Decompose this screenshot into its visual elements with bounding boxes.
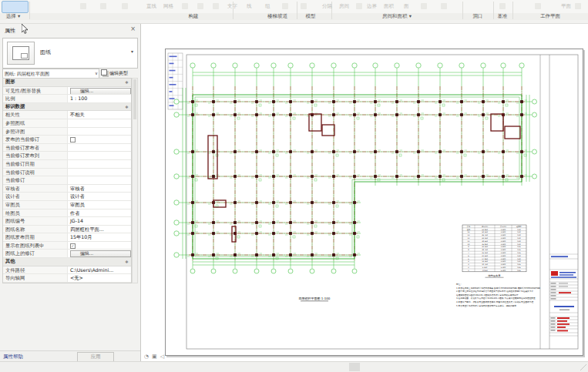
property-row: 图纸编号JG-14 xyxy=(3,217,131,226)
property-value[interactable]: 审核者 xyxy=(68,185,131,193)
ribbon-panel-label-1[interactable]: 构建 xyxy=(189,13,199,20)
ribbon-tool-icon[interactable] xyxy=(282,3,288,9)
property-value[interactable]: <无> xyxy=(68,274,131,282)
type-selector[interactable]: 图纸 ▾ xyxy=(2,38,138,69)
section-header-1[interactable]: 标识数据∗ xyxy=(3,103,131,112)
svg-text:3.600: 3.600 xyxy=(501,243,506,246)
svg-text:C30: C30 xyxy=(517,229,521,231)
property-value[interactable] xyxy=(68,160,131,168)
svg-text:C30: C30 xyxy=(517,237,521,240)
ribbon-tool-icon[interactable] xyxy=(182,3,188,9)
checkbox[interactable] xyxy=(70,137,76,142)
property-value[interactable] xyxy=(68,169,131,176)
ribbon-tool-0[interactable]: 直线 xyxy=(146,3,156,10)
ribbon-tool-9[interactable]: 面 xyxy=(404,3,409,10)
chevron-down-icon[interactable]: ▾ xyxy=(131,49,133,54)
property-value[interactable] xyxy=(68,119,131,127)
ribbon-tool-2[interactable]: 文字 xyxy=(227,3,237,10)
property-value[interactable]: 审图员 xyxy=(68,201,131,209)
ribbon-tool-icon[interactable] xyxy=(122,3,128,9)
ribbon-tool-5[interactable]: 分隔 xyxy=(322,3,332,10)
property-row: 当前修订说明 xyxy=(3,169,131,177)
drawing-canvas[interactable]: 四层框柱平面图 1:100层号标高(m)层高(m)砼强度屋面53.9503.60… xyxy=(141,24,588,362)
ribbon-tool-icon[interactable] xyxy=(535,3,541,9)
ribbon-tool-3[interactable]: 线 xyxy=(247,3,252,10)
ribbon-tool-icon[interactable] xyxy=(80,3,86,9)
ribbon-tool-icon[interactable] xyxy=(100,3,106,9)
ribbon-tool-4[interactable]: 组 xyxy=(265,3,270,10)
visual-style-icon[interactable]: ◁ xyxy=(160,354,167,360)
property-row: 设计者设计者 xyxy=(3,193,131,201)
property-value[interactable]: 编辑... xyxy=(68,250,131,257)
property-value[interactable] xyxy=(68,176,131,184)
ribbon-tool-icon[interactable] xyxy=(441,3,447,9)
property-value[interactable]: 1 : 100 xyxy=(68,95,131,102)
svg-text:3.600: 3.600 xyxy=(501,260,506,263)
edit-button[interactable]: 编辑... xyxy=(70,250,131,257)
svg-text:5.未尽事宜详见结构设计总说明及国家现行有关规范、规程的要求: 5.未尽事宜详见结构设计总说明及国家现行有关规范、规程的要求。 xyxy=(456,304,519,307)
ribbon-tool-icon[interactable] xyxy=(197,3,203,9)
property-value[interactable]: 15年10月 xyxy=(68,233,131,241)
property-value[interactable] xyxy=(68,144,131,152)
section-header-2[interactable]: 其他∗ xyxy=(3,258,131,266)
ribbon-tool-icon[interactable] xyxy=(499,3,506,9)
ribbon-tool-icon[interactable] xyxy=(213,3,219,9)
sheet[interactable]: 四层框柱平面图 1:100层号标高(m)层高(m)砼强度屋面53.9503.60… xyxy=(165,49,583,356)
property-value[interactable]: C:\Users\Admini... xyxy=(68,266,131,274)
edit-button[interactable]: 编辑... xyxy=(70,88,131,95)
checkbox[interactable]: ✓ xyxy=(70,243,76,249)
scrollbar-thumb[interactable] xyxy=(133,79,136,119)
resize-grip-icon[interactable] xyxy=(580,364,586,370)
property-value[interactable]: 四层框柱平面... xyxy=(68,226,131,233)
svg-text:C35: C35 xyxy=(517,246,521,248)
chevron-down-icon: ∨ xyxy=(95,69,98,78)
ribbon-tool-10[interactable]: 平面 xyxy=(561,3,571,10)
detail-level-icon[interactable]: ▣ xyxy=(152,354,160,360)
property-value[interactable] xyxy=(68,128,131,136)
scale-icon[interactable]: ◔ xyxy=(144,354,152,360)
ribbon-panel-label-2[interactable]: 楼梯坡道 xyxy=(267,13,287,20)
ribbon-panel-label-5[interactable]: 洞口 xyxy=(473,13,483,20)
ribbon-panel-label-0[interactable]: 选择 ▾ xyxy=(6,13,20,20)
ribbon-tool-1[interactable]: 网格 xyxy=(163,3,173,10)
properties-help-link[interactable]: 属性帮助 xyxy=(3,354,23,360)
svg-text:C40: C40 xyxy=(517,255,521,257)
svg-text:3.600: 3.600 xyxy=(501,258,506,260)
property-label: 当前修订发布到 xyxy=(3,152,68,159)
property-value[interactable]: 设计者 xyxy=(68,193,131,200)
ribbon-tool-icon[interactable] xyxy=(421,3,427,9)
property-label: 相关性 xyxy=(3,111,68,119)
property-value[interactable] xyxy=(68,152,131,159)
properties-scrollbar[interactable] xyxy=(132,78,138,283)
svg-text:C35: C35 xyxy=(517,252,521,254)
ribbon-panel-label-4[interactable]: 房间和面积 ▾ xyxy=(382,13,412,20)
property-value[interactable]: 编辑... xyxy=(68,87,131,95)
ribbon-panel-divider xyxy=(29,2,30,19)
ribbon-tool-8[interactable]: 面积 xyxy=(384,3,394,10)
property-value[interactable] xyxy=(68,136,131,143)
statusbar-splitter[interactable] xyxy=(349,363,360,371)
svg-text:-0.050: -0.050 xyxy=(482,270,488,272)
ribbon-panel-label-6[interactable]: 基准 xyxy=(498,13,508,20)
property-label: 审核者 xyxy=(3,185,68,193)
close-icon[interactable]: × xyxy=(130,26,136,32)
edit-type-button[interactable]: 编辑类型 xyxy=(101,69,138,78)
ribbon-tool-icon[interactable] xyxy=(575,3,581,9)
property-value[interactable]: 作者 xyxy=(68,209,131,217)
svg-text:标高(m): 标高(m) xyxy=(481,226,488,228)
columns xyxy=(187,100,527,260)
property-row: 可见性/图形替换编辑... xyxy=(3,87,131,96)
svg-text:C30: C30 xyxy=(517,240,521,243)
ribbon-tool-6[interactable]: 房间 xyxy=(339,3,349,10)
property-label: 可见性/图形替换 xyxy=(3,87,68,95)
property-value[interactable]: 不相关 xyxy=(68,111,131,119)
ribbon-panel-label-7[interactable]: 工作平面 xyxy=(540,13,560,20)
ribbon-tool-7[interactable]: 边界 xyxy=(367,3,377,10)
property-value[interactable]: ✓ xyxy=(68,242,131,250)
property-value[interactable]: JG-14 xyxy=(68,217,131,225)
section-header-0[interactable]: 图形∗ xyxy=(3,79,131,87)
ribbon-tool-icon[interactable] xyxy=(356,3,362,9)
ribbon-panel-label-3[interactable]: 模型 xyxy=(306,13,316,20)
ribbon-tool-icon[interactable] xyxy=(301,3,307,9)
modify-button[interactable] xyxy=(2,1,29,13)
